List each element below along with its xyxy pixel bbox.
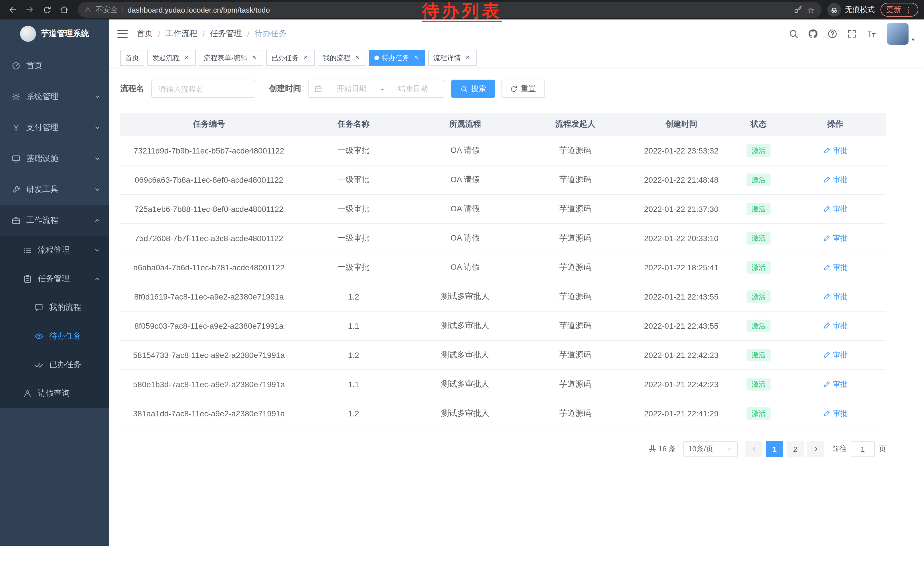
user-menu[interactable]: ▼ [887, 23, 915, 45]
cell-actions: 审批 [784, 341, 886, 370]
font-size-icon[interactable] [866, 29, 876, 39]
sidebar-item-devtools[interactable]: 研发工具 [0, 174, 109, 205]
approve-link[interactable]: 审批 [823, 350, 848, 360]
tab-close-icon[interactable]: × [302, 54, 310, 62]
status-badge: 激活 [747, 407, 771, 420]
approve-link[interactable]: 审批 [823, 321, 848, 331]
app-frame: 芋道管理系统 首页 系统管理 ¥ 支付管理 [0, 20, 924, 563]
tab-todo-tasks[interactable]: 待办任务 × [369, 50, 425, 66]
page-size-select[interactable]: 10条/页 [683, 441, 738, 457]
tab-close-icon[interactable]: × [464, 54, 472, 62]
browser-home-button[interactable] [56, 2, 72, 18]
sidebar-item-workflow[interactable]: 工作流程 [0, 205, 109, 236]
column-header-created: 创建时间 [630, 113, 733, 136]
approve-link[interactable]: 审批 [823, 233, 848, 243]
sidebar-item-todo-tasks[interactable]: 待办任务 [0, 322, 109, 350]
approve-link[interactable]: 审批 [823, 379, 848, 389]
update-button[interactable]: 更新 ⋮ [880, 3, 918, 17]
cell-process: OA 请假 [410, 194, 521, 224]
table-row: 75d72608-7b7f-11ec-a3c8-acde48001122 一级审… [120, 224, 886, 253]
approve-link[interactable]: 审批 [823, 262, 848, 273]
cell-task-id: 725a1eb6-7b88-11ec-8ef0-acde48001122 [120, 194, 298, 224]
cell-task-name: 1.2 [298, 399, 410, 428]
approve-link-label: 审批 [833, 408, 848, 419]
fullscreen-icon[interactable] [847, 29, 857, 39]
tab-close-icon[interactable]: × [412, 54, 420, 62]
incognito-label: 无痕模式 [845, 5, 875, 15]
tab-label: 首页 [125, 53, 139, 63]
page-button-1[interactable]: 1 [766, 441, 783, 457]
help-icon[interactable] [827, 29, 837, 39]
caret-down-icon: ▼ [911, 37, 915, 45]
sidebar-item-task-management[interactable]: 任务管理 [0, 264, 109, 293]
approve-link[interactable]: 审批 [823, 408, 848, 419]
edit-icon [823, 381, 830, 388]
cell-initiator: 芋道源码 [521, 370, 630, 399]
approve-link[interactable]: 审批 [823, 204, 848, 214]
approve-link-label: 审批 [833, 204, 848, 214]
process-name-input[interactable] [151, 80, 255, 98]
edit-icon [823, 234, 830, 242]
sidebar-item-payment[interactable]: ¥ 支付管理 [0, 112, 109, 143]
approve-link-label: 审批 [833, 379, 848, 389]
incognito-icon [827, 3, 841, 17]
tab-close-icon[interactable]: × [250, 54, 258, 62]
browser-refresh-button[interactable] [39, 2, 55, 18]
prev-page-button[interactable] [746, 441, 762, 457]
security-label: 不安全 [96, 5, 118, 15]
date-range-picker[interactable]: 开始日期 - 结束日期 [308, 80, 444, 98]
cell-process: 测试多审批人 [410, 341, 521, 370]
tab-start-process[interactable]: 发起流程 × [147, 50, 196, 66]
sidebar-item-infrastructure[interactable]: 基础设施 [0, 143, 109, 174]
next-page-button[interactable] [807, 441, 824, 457]
approve-link[interactable]: 审批 [823, 291, 848, 302]
tab-close-icon[interactable]: × [183, 54, 190, 62]
cell-status: 激活 [733, 399, 784, 428]
cell-created: 2022-01-22 18:25:41 [630, 253, 733, 282]
key-icon[interactable] [793, 5, 802, 14]
goto-label: 前往 [832, 444, 847, 454]
cell-status: 激活 [733, 370, 784, 399]
tab-home[interactable]: 首页 [120, 50, 144, 66]
approve-link[interactable]: 审批 [823, 175, 848, 185]
bookmark-star-icon[interactable]: ☆ [807, 6, 814, 14]
menu-dots-icon[interactable]: ⋮ [904, 6, 912, 14]
active-tab-dot [374, 56, 379, 60]
cell-process: 测试多审批人 [410, 370, 521, 399]
sidebar-item-system[interactable]: 系统管理 [0, 81, 109, 112]
github-icon[interactable] [808, 29, 818, 39]
column-header-task-id: 任务编号 [120, 113, 298, 136]
sidebar-item-leave-query[interactable]: 请假查询 [0, 379, 109, 408]
cell-status: 激活 [733, 282, 784, 311]
breadcrumb-item-workflow[interactable]: 工作流程 [165, 29, 198, 39]
tab-my-process[interactable]: 我的流程 × [318, 50, 366, 66]
reset-button[interactable]: 重置 [501, 80, 545, 98]
sidebar-item-done-tasks[interactable]: 已办任务 [0, 350, 109, 379]
cell-status: 激活 [733, 136, 784, 165]
breadcrumb-item-home[interactable]: 首页 [137, 29, 153, 39]
browser-back-button[interactable] [4, 2, 21, 18]
tab-process-form-edit[interactable]: 流程表单-编辑 × [199, 50, 263, 66]
sidebar-item-process-management[interactable]: 流程管理 [0, 236, 109, 264]
avatar[interactable] [887, 23, 909, 45]
sidebar-item-label: 待办任务 [49, 331, 81, 341]
browser-forward-button[interactable] [22, 2, 38, 18]
cell-created: 2022-01-22 21:48:48 [630, 165, 733, 194]
hamburger-icon[interactable] [117, 30, 128, 38]
filter-bar: 流程名 创建时间 开始日期 - 结束日期 搜索 重 [120, 80, 912, 98]
page-button-2[interactable]: 2 [787, 441, 804, 457]
app-logo[interactable]: 芋道管理系统 [0, 20, 109, 48]
search-button[interactable]: 搜索 [451, 80, 495, 98]
tab-done-tasks[interactable]: 已办任务 × [266, 50, 315, 66]
breadcrumb-item-task-management[interactable]: 任务管理 [210, 29, 242, 39]
goto-page-input[interactable] [851, 441, 875, 457]
tab-close-icon[interactable]: × [353, 54, 361, 62]
search-icon[interactable] [788, 29, 799, 39]
sidebar-item-home[interactable]: 首页 [0, 50, 109, 81]
reset-button-label: 重置 [521, 84, 536, 94]
date-end-placeholder: 结束日期 [388, 84, 438, 94]
sidebar-item-my-process[interactable]: 我的流程 [0, 293, 109, 322]
tab-process-detail[interactable]: 流程详情 × [428, 50, 477, 66]
approve-link[interactable]: 审批 [823, 146, 848, 156]
edit-icon [823, 410, 830, 417]
